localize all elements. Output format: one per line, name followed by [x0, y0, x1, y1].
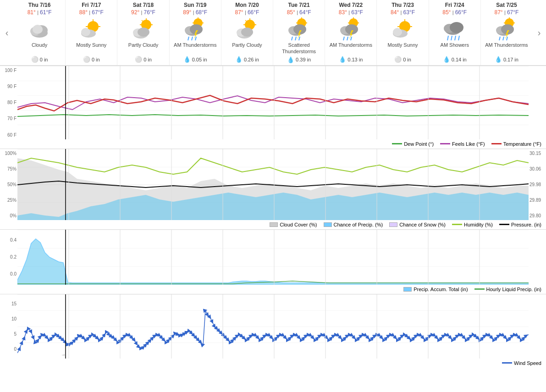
day-precip-4: 💧 0.26 in	[222, 56, 272, 63]
svg-point-66	[393, 28, 402, 36]
svg-line-47	[299, 37, 300, 40]
day-temps-8: 85° | 66°F	[430, 9, 480, 16]
pressure-y-label: 29.80	[529, 213, 545, 218]
day-label-8: Fri 7/24	[430, 2, 480, 8]
accum-y-label: 0.2	[1, 254, 17, 259]
day-precip-8: 💧 0.14 in	[430, 56, 480, 63]
pressure-y-labels: 30.1530.0629.9829.8929.80	[529, 149, 546, 220]
day-temps-9: 87° | 67°F	[482, 9, 531, 16]
accum-y-labels: 0.40.20.0	[0, 230, 17, 285]
precip-y-labels: 100%75%50%25%0%	[0, 149, 17, 220]
temp-low-9: 67°F	[507, 9, 518, 16]
svg-line-57	[347, 37, 348, 40]
legend-label: Chance of Snow (%)	[399, 222, 446, 227]
svg-point-18	[138, 28, 149, 37]
accum-chart-wrapper: 0.40.20.0	[0, 230, 546, 285]
wind-arrow-label: →	[61, 352, 66, 357]
days-row: Thu 7/16 81° | 61°F Cloudy ⚪ 0 in Fri 7/…	[14, 0, 532, 65]
svg-line-27	[192, 37, 193, 40]
pressure-y-label: 29.89	[529, 198, 545, 203]
day-col-4[interactable]: Mon 7/20 87° | 66°F Partly Cloudy 💧 0.26…	[221, 0, 273, 65]
svg-marker-107	[17, 239, 529, 285]
nav-right-button[interactable]: ›	[532, 27, 546, 38]
legend-item: Chance of Precip. (%)	[324, 222, 383, 227]
day-col-0[interactable]: Thu 7/16 81° | 61°F Cloudy ⚪ 0 in	[14, 0, 66, 65]
precip-chart-section: 100%75%50%25%0% 30.1530.0629.9829.8929.8…	[0, 149, 546, 229]
temp-high-3: 89°	[183, 9, 191, 16]
temp-high-8: 85°	[442, 9, 451, 16]
temp-low-4: 66°F	[248, 9, 259, 16]
wind-legend: Wind Speed	[0, 359, 546, 368]
temp-y-label: 100 F	[1, 68, 17, 73]
temp-high-0: 81°	[28, 9, 36, 16]
accum-chart	[17, 230, 529, 285]
wind-chart-section: 151050 →	[0, 294, 546, 368]
day-icon-7	[378, 17, 427, 42]
svg-line-83	[507, 37, 507, 40]
wind-y-label: 0	[1, 347, 17, 352]
legend-label: Humidity (%)	[464, 222, 493, 227]
day-desc-6: AM Thunderstorms	[326, 42, 375, 55]
day-desc-9: AM Thunderstorms	[482, 42, 531, 55]
legend-label: Precip. Accum. Total (in)	[414, 287, 468, 292]
day-col-5[interactable]: Tue 7/21 85° | 64°F Scattered Thundersto…	[273, 0, 325, 65]
svg-line-81	[499, 37, 500, 40]
day-col-6[interactable]: Wed 7/22 83° | 63°F AM Thunderstorms 💧 0…	[325, 0, 377, 65]
temp-low-8: 66°F	[455, 9, 467, 16]
temp-high-5: 85°	[287, 9, 295, 16]
pressure-y-label: 29.98	[529, 182, 545, 187]
temp-low-3: 68°F	[196, 9, 207, 16]
accum-legend: Precip. Accum. Total (in) Hourly Liquid …	[0, 285, 546, 294]
legend-item: Humidity (%)	[452, 222, 493, 227]
day-label-4: Mon 7/20	[222, 2, 272, 8]
temp-y-label: 80 F	[1, 100, 17, 105]
day-precip-7: ⚪ 0 in	[378, 56, 427, 63]
temp-low-2: 76°F	[143, 9, 155, 16]
day-col-1[interactable]: Fri 7/17 88° | 67°F Mostly Sunny ⚪ 0 in	[66, 0, 117, 65]
day-desc-8: AM Showers	[430, 42, 480, 55]
day-label-3: Sun 7/19	[171, 2, 220, 8]
legend-label: Temperature (°F)	[503, 141, 541, 147]
day-temps-0: 81° | 61°F	[15, 9, 64, 16]
day-icon-3	[171, 17, 220, 42]
day-precip-6: 💧 0.13 in	[326, 56, 375, 63]
pressure-y-label: 30.15	[529, 151, 545, 156]
wind-chart-wrapper: 151050 →	[0, 294, 546, 359]
day-icon-9	[482, 17, 531, 42]
svg-line-45	[292, 37, 292, 40]
wind-chart: →	[17, 294, 529, 359]
wind-y-labels: 151050	[0, 294, 17, 359]
temperature-chart	[17, 66, 529, 139]
day-temps-7: 84° | 63°F	[378, 9, 427, 16]
wind-y-label: 5	[1, 331, 17, 337]
weather-container: ‹ Thu 7/16 81° | 61°F Cloudy ⚪ 0 in Fri …	[0, 0, 546, 368]
svg-line-28	[195, 37, 196, 40]
day-temps-2: 92° | 76°F	[118, 9, 168, 16]
precip-legend: Cloud Cover (%) Chance of Precip. (%) Ch…	[0, 220, 546, 229]
temp-low-5: 64°F	[299, 9, 311, 16]
svg-point-69	[450, 22, 463, 33]
svg-point-37	[241, 28, 253, 37]
wind-y-label: 15	[1, 301, 17, 306]
day-col-3[interactable]: Sun 7/19 89° | 68°F AM Thunderstorms 💧 0…	[170, 0, 221, 65]
temp-y-label: 90 F	[1, 84, 17, 89]
day-col-8[interactable]: Fri 7/24 85° | 66°F AM Showers 💧 0.14 in	[429, 0, 481, 65]
day-temps-4: 87° | 66°F	[222, 9, 272, 16]
nav-left-button[interactable]: ‹	[0, 27, 14, 38]
day-col-2[interactable]: Sat 7/18 92° | 76°F Partly Cloudy ⚪ 0 in	[117, 0, 169, 65]
temp-high-7: 84°	[391, 9, 399, 16]
day-desc-2: Partly Cloudy	[118, 42, 168, 55]
day-desc-1: Mostly Sunny	[66, 42, 116, 55]
precip-y-label: 100%	[1, 151, 17, 156]
day-col-9[interactable]: Sat 7/25 87° | 67°F AM Thunderstorms 💧 0…	[481, 0, 532, 65]
day-precip-3: 💧 0.05 in	[171, 56, 220, 63]
temp-low-6: 63°F	[351, 9, 363, 16]
day-icon-6	[326, 17, 375, 42]
precip-chart	[17, 149, 529, 220]
day-label-2: Sat 7/18	[118, 2, 168, 8]
legend-label: Wind Speed	[514, 360, 541, 366]
temperature-chart-section: 100 F90 F80 F70 F60 F	[0, 66, 546, 149]
day-col-7[interactable]: Thu 7/23 84° | 63°F Mostly Sunny ⚪ 0 in	[377, 0, 429, 65]
svg-line-73	[458, 36, 459, 40]
precip-y-label: 25%	[1, 198, 17, 203]
